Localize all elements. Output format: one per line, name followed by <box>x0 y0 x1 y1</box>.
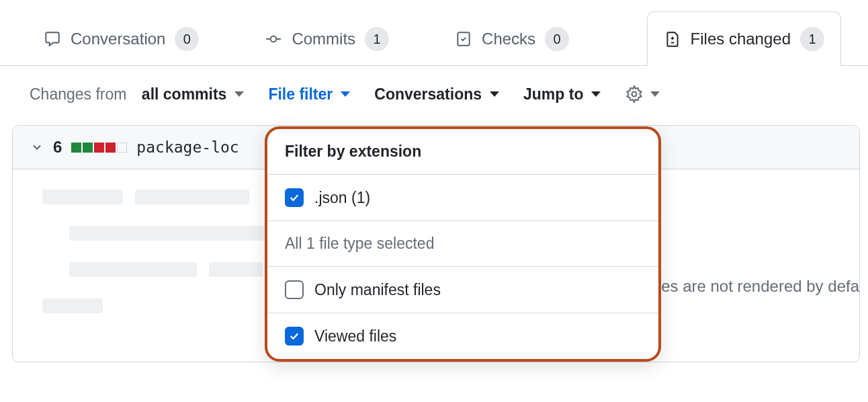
diff-stat-squares <box>71 143 127 153</box>
tab-label: Commits <box>292 30 355 48</box>
tab-label: Checks <box>482 30 535 48</box>
not-rendered-text: es are not rendered by defa <box>661 277 859 296</box>
tab-label: Conversation <box>71 30 165 48</box>
gear-icon <box>625 85 644 104</box>
caret-icon <box>591 91 601 97</box>
file-filter-label: File filter <box>268 85 333 104</box>
caret-icon <box>234 91 244 97</box>
caret-icon <box>650 91 660 97</box>
tab-label: Files changed <box>691 30 791 48</box>
filter-manifest-label: Only manifest files <box>314 281 441 299</box>
tab-conversation[interactable]: Conversation 0 <box>27 11 216 66</box>
checkbox-checked-icon <box>285 327 304 346</box>
file-filter-menu: Filter by extension .json (1) All 1 file… <box>265 126 661 362</box>
svg-point-0 <box>271 36 277 42</box>
tab-count: 1 <box>365 27 389 51</box>
jump-to-label: Jump to <box>523 85 583 104</box>
filter-viewed-files[interactable]: Viewed files <box>267 313 658 359</box>
changes-value: all commits <box>142 85 227 104</box>
tab-count: 1 <box>800 27 824 51</box>
filter-header: Filter by extension <box>267 129 658 175</box>
svg-point-7 <box>632 92 637 97</box>
filter-viewed-label: Viewed files <box>314 327 396 346</box>
tab-files-changed[interactable]: Files changed 1 <box>647 11 841 66</box>
changes-prefix: Changes from <box>30 85 126 104</box>
file-filter-dropdown[interactable]: File filter <box>268 85 350 104</box>
tab-count: 0 <box>545 27 569 51</box>
pr-tabs: Conversation 0 Commits 1 Checks 0 Files … <box>0 0 868 66</box>
diff-settings-button[interactable] <box>625 85 660 104</box>
checks-icon <box>455 30 472 48</box>
diff-line-count: 6 <box>53 138 62 157</box>
chevron-down-icon[interactable] <box>30 140 44 154</box>
jump-to-dropdown[interactable]: Jump to <box>523 85 601 104</box>
changes-from-dropdown[interactable]: Changes from all commits <box>30 85 244 104</box>
commit-icon <box>265 30 282 48</box>
conversations-dropdown[interactable]: Conversations <box>374 85 499 104</box>
diff-toolbar: Changes from all commits File filter Con… <box>0 66 868 113</box>
checkbox-unchecked-icon <box>285 280 304 299</box>
checkbox-checked-icon <box>285 188 304 207</box>
comment-icon <box>44 30 61 48</box>
tab-count: 0 <box>175 27 199 51</box>
file-diff-icon <box>664 30 681 48</box>
caret-icon <box>490 91 499 97</box>
filter-summary: All 1 file type selected <box>267 221 658 267</box>
conversations-label: Conversations <box>374 85 482 104</box>
tab-checks[interactable]: Checks 0 <box>438 11 586 66</box>
file-name[interactable]: package-loc <box>136 138 238 156</box>
filter-ext-json[interactable]: .json (1) <box>267 175 658 221</box>
filter-manifest-only[interactable]: Only manifest files <box>267 267 658 313</box>
filter-ext-label: .json (1) <box>314 189 370 207</box>
tab-commits[interactable]: Commits 1 <box>248 11 406 66</box>
caret-icon <box>341 91 350 97</box>
